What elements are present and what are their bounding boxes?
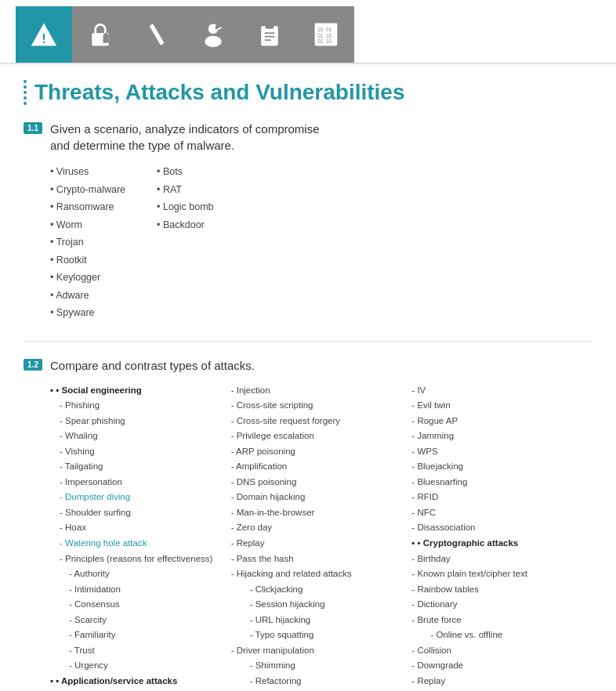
tab-binary[interactable]: 10 01 01 01 10 10 [298,6,354,63]
pencil-icon [143,20,171,49]
list-item: URL hijacking [231,613,412,628]
list-item: Bluesnarfing [411,475,592,490]
list-item: Principles (reasons for effectiveness) [50,552,231,567]
list-item: Replay [231,536,412,552]
clipboard-icon [255,20,284,49]
malware-col-2: Bots RAT Logic bomb Backdoor [157,163,213,322]
subsection-1-1-header: 1.1 Given a scenario, analyze indicators… [24,121,592,154]
list-item: Shimming [231,658,412,674]
list-item: Birthday [411,552,592,567]
list-item: Keylogger [50,269,125,287]
list-item: Phishing [50,398,231,414]
list-item: Trust [50,643,231,659]
tab-pencil[interactable] [129,6,185,63]
list-item: RAT [157,181,213,199]
list-item: Spyware [50,304,125,322]
svg-text:10: 10 [326,33,332,38]
lock-icon [86,20,114,49]
list-item: Disassociation [411,520,592,536]
jamming-item: Jamming [411,429,592,444]
list-item: Amplification [231,459,412,475]
person-icon [199,20,227,49]
list-item: • Application/service attacks [50,674,231,689]
svg-text:10: 10 [317,27,324,32]
attack-col-1: • Social engineering Phishing Spear phis… [50,383,231,692]
list-item: Crypto-malware [50,181,125,199]
subsection-1-1: 1.1 Given a scenario, analyze indicators… [24,121,592,322]
attacks-columns: • Social engineering Phishing Spear phis… [24,383,592,692]
svg-text:10: 10 [326,38,332,44]
list-item: Scarcity [50,613,231,628]
list-item: Trojan [50,233,125,251]
section-divider [24,341,592,342]
main-content: Threats, Attacks and Vulnerabilities 1.1… [0,64,616,691]
list-item: Urgency [50,658,231,674]
list-item: Cross-site request forgery [231,414,412,429]
list-item: Refactoring [231,674,412,689]
list-item: Brute force [411,613,592,628]
subsection-1-2-description: Compare and contrast types of attacks. [50,357,255,374]
list-item: Evil twin [411,398,592,414]
svg-text:01: 01 [317,33,324,38]
attack-list-3: IV Evil twin Rogue AP Jamming WPS Blueja… [411,383,592,692]
malware-col-1: Viruses Crypto-malware Ransomware Worm T… [50,163,125,322]
svg-rect-5 [149,24,164,45]
list-item: Ransomware [50,198,125,216]
list-item: Known plain text/cipher text [411,566,592,582]
malware-columns: Viruses Crypto-malware Ransomware Worm T… [24,163,592,322]
list-item: Clickjacking [231,582,412,598]
header-tabs: ! [16,6,354,63]
tab-lock[interactable] [72,6,129,63]
shoulder-surfing-item: Shoulder surfing [50,505,231,521]
list-item: Rainbow tables [411,582,592,598]
list-item: Injection [231,383,412,399]
warning-icon: ! [30,20,58,49]
list-item: Zero day [231,520,412,536]
list-item: Watering hole attack [50,536,231,552]
list-item: Dictionary [411,597,592,613]
list-item: • Cryptographic attacks [411,536,592,552]
attack-col-2: Injection Cross-site scripting Cross-sit… [231,383,412,692]
list-item: • Social engineering [50,383,231,399]
list-item: Domain hijacking [231,490,412,505]
list-item: Intimidation [50,582,231,598]
list-item: Bluejacking [411,459,592,475]
subsection-1-2-header: 1.2 Compare and contrast types of attack… [24,357,592,374]
list-item: Privilege escalation [231,429,412,444]
section-title: Threats, Attacks and Vulnerabilities [24,80,592,105]
list-item: ARP poisoning [231,444,412,460]
list-item: Man-in-the-browser [231,505,412,521]
tab-clipboard[interactable] [241,6,298,63]
badge-1-2: 1.2 [24,359,42,371]
list-item: Familiarity [50,628,231,643]
list-item: Session hijacking [231,597,412,613]
list-item: IV [411,383,592,399]
svg-text:!: ! [42,31,45,45]
list-item: Cross-site scripting [231,398,412,414]
list-item: WPS [411,444,592,460]
list-item: Authority [50,566,231,582]
list-item: Rootkit [50,251,125,270]
svg-rect-4 [103,34,109,43]
list-item: Logic bomb [157,198,213,216]
svg-text:01: 01 [326,27,332,32]
list-item: Worm [50,216,125,234]
tab-person[interactable] [185,6,241,63]
binary-icon: 10 01 01 01 10 10 [312,20,340,49]
list-item: Hoax [50,520,231,536]
list-item: Hijacking and related attacks [231,566,412,582]
svg-point-7 [205,36,222,47]
list-item: Vishing [50,444,231,460]
malware-list-1: Viruses Crypto-malware Ransomware Worm T… [50,163,125,322]
subsection-1-2: 1.2 Compare and contrast types of attack… [24,357,592,692]
attack-list-2: Injection Cross-site scripting Cross-sit… [231,383,412,692]
tab-threats[interactable]: ! [16,6,72,63]
list-item: Online vs. offline [411,628,592,643]
list-item: Collision [411,643,592,659]
list-item: Dumpster diving [50,490,231,505]
list-item: Viruses [50,163,125,181]
list-item: RFID [411,490,592,505]
driver-manipulation-item: Driver manipulation [231,643,412,659]
list-item: DNS poisoning [231,475,412,490]
list-item: Pass the hash [231,552,412,567]
